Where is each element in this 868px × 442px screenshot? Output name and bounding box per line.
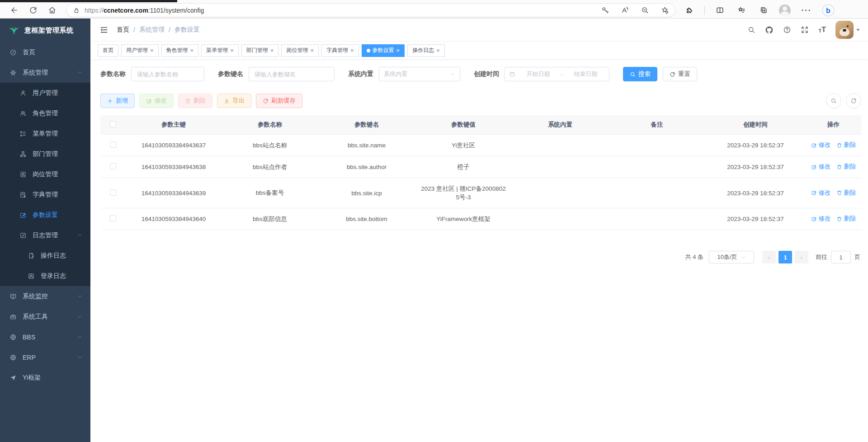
page-1-button[interactable]: 1	[778, 251, 792, 263]
close-icon[interactable]: ×	[150, 47, 154, 53]
tab-param-config[interactable]: 参数设置×	[362, 44, 405, 57]
table-row[interactable]: 1641030593384943637 bbs站点名称 bbs.site.nam…	[100, 135, 861, 156]
breadcrumb-home[interactable]: 首页	[117, 26, 129, 34]
favorites-button[interactable]	[735, 4, 748, 17]
close-icon[interactable]: ×	[270, 47, 274, 53]
close-icon[interactable]: ×	[230, 47, 234, 53]
prev-page-button[interactable]: ‹	[762, 251, 776, 263]
tab-user-mgmt[interactable]: 用户管理×	[121, 44, 159, 57]
font-size-button[interactable]: TT	[818, 26, 826, 33]
row-edit-link[interactable]: 修改	[811, 141, 831, 149]
toggle-search-button[interactable]	[826, 93, 841, 108]
close-icon[interactable]: ×	[190, 47, 194, 53]
sidebar-item-label: 角色管理	[33, 109, 58, 118]
sidebar-item-system-mgmt[interactable]: 系统管理	[0, 62, 90, 83]
param-key-input[interactable]	[249, 67, 335, 81]
tab-dict-mgmt[interactable]: 字典管理×	[321, 44, 359, 57]
add-favorite-button[interactable]	[658, 5, 671, 16]
browser-settings-button[interactable]: ···	[800, 4, 813, 17]
next-page-button[interactable]: ›	[795, 251, 808, 263]
sidebar-item-system-monitor[interactable]: 系统监控	[0, 286, 90, 306]
refresh-cache-button[interactable]: 刷新缓存	[256, 94, 302, 108]
split-screen-button[interactable]	[713, 4, 726, 17]
svg-text:b: b	[826, 7, 830, 14]
row-checkbox[interactable]	[110, 215, 116, 221]
browser-back-button[interactable]	[6, 4, 22, 17]
address-bar[interactable]: https://ccnetcore.com:1101/system/config	[66, 3, 675, 17]
table-row[interactable]: 1641030593384943640 bbs底部信息 bbs.site.bot…	[100, 208, 861, 230]
add-button[interactable]: 新增	[100, 94, 135, 108]
password-key-button[interactable]	[598, 5, 612, 16]
builtin-select[interactable]: 系统内置	[379, 67, 460, 81]
cell-builtin	[512, 135, 609, 156]
row-edit-link[interactable]: 修改	[811, 163, 831, 171]
param-name-input[interactable]	[131, 67, 204, 81]
zoom-out-button[interactable]	[638, 5, 651, 16]
fullscreen-button[interactable]	[801, 26, 809, 34]
extensions-button[interactable]	[683, 4, 696, 17]
browser-home-button[interactable]	[44, 4, 60, 17]
fold-menu-icon	[99, 25, 108, 34]
sidebar-item-yi-framework[interactable]: Yi框架	[0, 367, 90, 388]
sidebar-item-dept-mgmt[interactable]: 部门管理	[0, 144, 90, 164]
browser-profile-button[interactable]	[778, 4, 792, 17]
table-row[interactable]: 1641030593384943638 bbs站点作者 bbs.site.aut…	[100, 156, 861, 178]
sidebar-item-menu-mgmt[interactable]: 菜单管理	[0, 123, 90, 144]
close-icon[interactable]: ×	[350, 47, 354, 53]
row-delete-link[interactable]: 删除	[836, 215, 856, 223]
table-row[interactable]: 1641030593384943639 bbs备案号 bbs.site.icp …	[100, 178, 861, 208]
sidebar-item-bbs[interactable]: BBS	[0, 327, 90, 347]
row-checkbox[interactable]	[110, 141, 116, 148]
github-link-button[interactable]	[765, 26, 774, 34]
tab-home[interactable]: 首页	[98, 44, 118, 57]
header-search-button[interactable]	[747, 26, 755, 34]
row-delete-link[interactable]: 删除	[836, 163, 856, 171]
date-range-picker[interactable]: 开始日期 - 结束日期	[505, 67, 609, 81]
user-menu-button[interactable]	[835, 21, 860, 39]
sidebar-fold-button[interactable]	[97, 23, 111, 37]
export-button[interactable]: 导出	[217, 94, 251, 108]
goto-page-input[interactable]	[831, 251, 851, 263]
tab-dept-mgmt[interactable]: 部门管理×	[241, 44, 279, 57]
row-edit-link[interactable]: 修改	[811, 189, 831, 197]
row-delete-link[interactable]: 删除	[836, 189, 856, 197]
sidebar-item-erp[interactable]: ERP	[0, 347, 90, 367]
sidebar-item-user-mgmt[interactable]: 用户管理	[0, 83, 90, 103]
row-checkbox[interactable]	[110, 189, 116, 196]
delete-button[interactable]: 删除	[178, 94, 212, 108]
row-checkbox[interactable]	[110, 163, 116, 169]
row-delete-link[interactable]: 删除	[836, 141, 856, 149]
sidebar-item-log-mgmt[interactable]: 日志管理	[0, 225, 90, 245]
browser-refresh-button[interactable]	[25, 4, 41, 17]
sidebar-item-login-log[interactable]: 登录日志	[0, 266, 90, 286]
read-aloud-button[interactable]	[618, 5, 632, 16]
collections-button[interactable]	[756, 4, 770, 17]
sidebar-item-system-tools[interactable]: 系统工具	[0, 306, 90, 327]
sidebar-item-param-config[interactable]: 参数设置	[0, 205, 90, 225]
close-icon[interactable]: ×	[310, 47, 314, 53]
refresh-table-button[interactable]	[846, 93, 861, 108]
reset-button[interactable]: 重置	[663, 67, 697, 81]
tab-menu-mgmt[interactable]: 菜单管理×	[201, 44, 239, 57]
sidebar-item-home[interactable]: 首页	[0, 42, 90, 62]
sidebar-item-post-mgmt[interactable]: 岗位管理	[0, 164, 90, 184]
help-button[interactable]	[783, 26, 791, 34]
close-icon[interactable]: ×	[396, 47, 400, 53]
chevron-down-icon	[77, 314, 82, 319]
close-icon[interactable]: ×	[436, 47, 440, 53]
tab-role-mgmt[interactable]: 角色管理×	[161, 44, 199, 57]
sidebar-item-dict-mgmt[interactable]: 字典管理	[0, 184, 90, 205]
page-size-select[interactable]: 10条/页	[709, 251, 754, 263]
bing-chat-button[interactable]: b	[821, 4, 835, 17]
select-all-checkbox[interactable]	[110, 121, 116, 127]
row-edit-link[interactable]: 修改	[811, 215, 831, 223]
lock-icon[interactable]	[73, 7, 80, 14]
tab-operation-log[interactable]: 操作日志×	[407, 44, 445, 57]
edit-button[interactable]: 修改	[139, 94, 174, 108]
tab-post-mgmt[interactable]: 岗位管理×	[281, 44, 319, 57]
search-button[interactable]: 搜索	[623, 67, 657, 81]
sidebar-item-operation-log[interactable]: 操作日志	[0, 245, 90, 266]
sidebar-item-role-mgmt[interactable]: 角色管理	[0, 103, 90, 123]
cell-remark	[609, 135, 705, 156]
app-logo[interactable]: 意框架管理系统	[0, 19, 90, 42]
